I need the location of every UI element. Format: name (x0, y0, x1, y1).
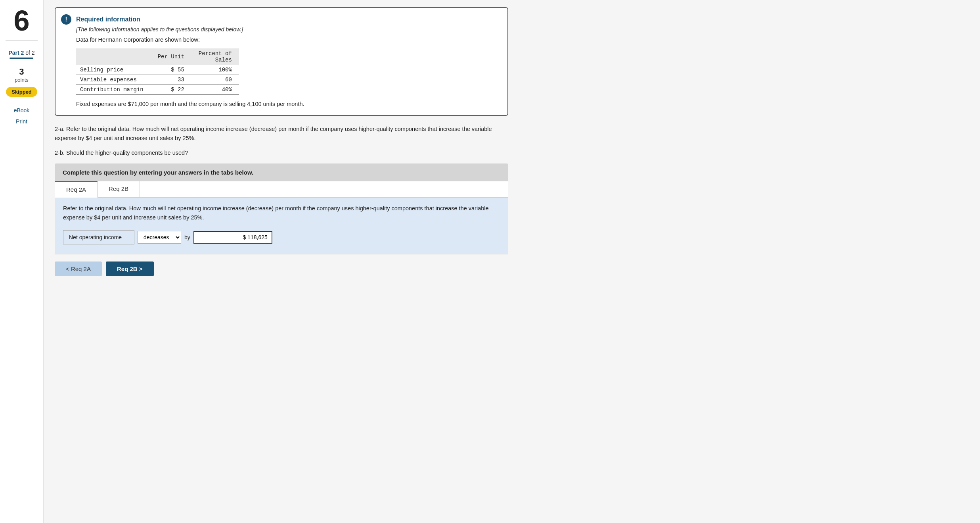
question-number: 6 (13, 6, 29, 35)
tab-req2a[interactable]: Req 2A (55, 181, 98, 198)
part-label: Part 2 of 2 (8, 50, 34, 59)
answer-value-input[interactable] (193, 231, 272, 244)
col-header-label (76, 48, 151, 65)
cell-variable-unit: 33 (151, 75, 191, 85)
cell-selling-unit: $ 55 (151, 65, 191, 75)
table-row: Contribution margin $ 22 40% (76, 85, 239, 95)
points-label: points (15, 77, 29, 83)
sidebar-links: eBook Print (4, 106, 39, 125)
main-content: ! Required information [The following in… (44, 0, 519, 523)
info-subtitle: [The following information applies to th… (76, 26, 496, 33)
complete-banner: Complete this question by entering your … (55, 163, 508, 181)
nav-buttons: < Req 2A Req 2B > (55, 262, 508, 280)
cell-contribution-pct: 40% (191, 85, 239, 95)
answer-by-label: by (184, 233, 190, 242)
points-number: 3 (15, 67, 29, 77)
points-section: 3 points (15, 67, 29, 83)
col-header-percent: Percent ofSales (191, 48, 239, 65)
print-link[interactable]: Print (4, 117, 39, 125)
part-rest: of 2 (24, 50, 34, 56)
row-label-selling: Selling price (76, 65, 151, 75)
row-label-contribution: Contribution margin (76, 85, 151, 95)
tabs-row: Req 2A Req 2B (55, 181, 508, 198)
answer-dropdown[interactable]: increases decreases (138, 231, 181, 244)
data-table: Per Unit Percent ofSales Selling price $… (76, 48, 239, 95)
cell-variable-pct: 60 (191, 75, 239, 85)
col-header-per-unit: Per Unit (151, 48, 191, 65)
info-icon: ! (61, 14, 71, 25)
ebook-link[interactable]: eBook (4, 106, 39, 114)
complete-section: Complete this question by entering your … (55, 163, 508, 255)
skipped-badge: Skipped (6, 87, 37, 97)
tab-content: Refer to the original data. How much wil… (55, 198, 508, 254)
cell-selling-pct: 100% (191, 65, 239, 75)
question-2b: 2-b. Should the higher-quality component… (55, 148, 508, 158)
table-row: Variable expenses 33 60 (76, 75, 239, 85)
row-label-variable: Variable expenses (76, 75, 151, 85)
prev-button[interactable]: < Req 2A (55, 262, 102, 276)
info-intro-text: Data for Hermann Corporation are shown b… (76, 37, 496, 43)
part-underline (10, 58, 33, 59)
tab-req2b[interactable]: Req 2B (98, 181, 140, 197)
sidebar: 6 Part 2 of 2 3 points Skipped eBook Pri… (0, 0, 44, 523)
answer-label: Net operating income (63, 230, 134, 244)
next-button[interactable]: Req 2B > (106, 262, 154, 276)
part-bold: Part 2 (8, 50, 24, 56)
answer-row: Net operating income increases decreases… (63, 227, 500, 248)
info-box: ! Required information [The following in… (55, 7, 508, 116)
tab-description: Refer to the original data. How much wil… (63, 204, 500, 222)
cell-contribution-unit: $ 22 (151, 85, 191, 95)
table-row: Selling price $ 55 100% (76, 65, 239, 75)
question-2a: 2-a. Refer to the original data. How muc… (55, 125, 508, 143)
info-title: Required information (76, 16, 496, 23)
fixed-expenses-text: Fixed expenses are $71,000 per month and… (76, 101, 496, 107)
tabs-area: Req 2A Req 2B Refer to the original data… (55, 181, 508, 255)
